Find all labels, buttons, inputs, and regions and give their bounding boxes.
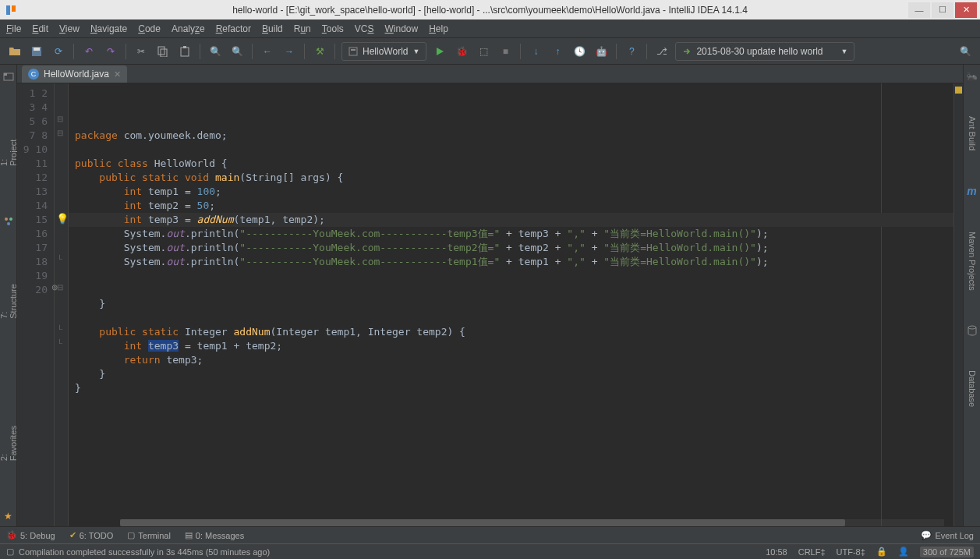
titlebar: hello-world - [E:\git_work_space\hello-w… [0,0,980,19]
status-time: 10:58 [766,547,787,557]
menu-code[interactable]: Code [138,23,161,34]
favorites-tab[interactable]: 2: Favorites [0,416,19,464]
toolwindow-toggle-icon[interactable]: ▢ [6,547,14,557]
menu-tools[interactable]: Tools [322,23,344,34]
stop-icon[interactable]: ■ [497,43,514,60]
build-icon[interactable]: ⚒ [311,43,328,60]
vcs-history-icon[interactable]: 🕓 [571,43,588,60]
git-branch-icon[interactable]: ⎇ [653,43,670,60]
messages-tab[interactable]: ▤0: Messages [185,530,244,540]
line-number-gutter: 1 2 3 4 5 6 7 8 9 10 11 12 13 14 15 16 1… [17,83,55,526]
fold-end-icon: └ [57,255,62,264]
status-message: Compilation completed successfully in 3s… [19,547,755,557]
star-icon[interactable]: ★ [4,511,12,522]
menu-analyze[interactable]: Analyze [172,23,205,34]
project-tab[interactable]: 1: Project [0,129,19,169]
overview-ruler[interactable] [953,83,963,526]
fold-marker-icon[interactable]: ⊟ [57,129,63,137]
menu-run[interactable]: Run [294,23,311,34]
find-icon[interactable]: 🔍 [207,43,224,60]
database-tab[interactable]: Database [966,367,978,410]
run-config-icon [348,47,358,56]
sync-icon[interactable]: ⟳ [50,43,67,60]
menu-refactor[interactable]: Refactor [216,23,251,34]
copy-icon[interactable] [154,43,172,60]
redo-icon[interactable]: ↷ [102,43,119,60]
svg-rect-5 [181,48,189,56]
open-icon[interactable] [6,43,23,60]
back-icon[interactable]: ← [259,43,276,60]
vcs-commit-selector[interactable]: 2015-08-30 update hello world ▼ [675,42,854,61]
maven-projects-tab[interactable]: Maven Projects [966,228,978,294]
maximize-button[interactable]: ☐ [932,2,953,18]
menu-navigate[interactable]: Navigate [90,23,127,34]
bottom-toolwindow-bar: 🐞5: Debug ✔6: TODO ▢Terminal ▤0: Message… [0,526,980,543]
status-encoding[interactable]: UTF-8‡ [837,547,865,557]
terminal-tab[interactable]: ▢Terminal [127,530,171,540]
arrow-right-icon [682,47,692,56]
undo-icon[interactable]: ↶ [80,43,97,60]
paste-icon[interactable] [176,43,193,60]
debug-tab[interactable]: 🐞5: Debug [6,530,55,540]
editor-area: C HelloWorld.java ✕ 1 2 3 4 5 6 7 8 9 10… [17,65,963,526]
menu-build[interactable]: Build [262,23,283,34]
chevron-down-icon: ▼ [840,48,847,55]
ant-build-tab[interactable]: Ant Build [966,113,978,154]
menu-view[interactable]: View [59,23,80,34]
run-config-selector[interactable]: HelloWorld ▼ [341,42,426,61]
editor-tab[interactable]: C HelloWorld.java ✕ [22,65,127,83]
menu-file[interactable]: File [6,23,21,34]
intention-bulb-icon[interactable]: 💡 [56,213,69,225]
search-everywhere-icon[interactable]: 🔍 [957,43,974,60]
menu-vcs[interactable]: VCS [355,23,374,34]
debug-icon[interactable]: 🐞 [453,43,470,60]
tab-close-icon[interactable]: ✕ [114,69,121,80]
svg-rect-6 [183,46,186,48]
vcs-commit-label: 2015-08-30 update hello world [696,46,823,57]
warning-marker-icon[interactable] [955,87,962,94]
help-icon[interactable]: ? [623,43,640,60]
ant-icon[interactable]: 🐜 [966,71,978,82]
vcs-commit-icon[interactable]: ↑ [549,43,566,60]
coverage-icon[interactable]: ⬚ [475,43,492,60]
horizontal-scrollbar[interactable] [120,519,944,526]
cut-icon[interactable]: ✂ [133,43,150,60]
inspection-icon[interactable]: 👤 [898,547,909,557]
maven-icon[interactable]: m [967,185,976,197]
editor-tabs: C HelloWorld.java ✕ [17,65,963,83]
replace-icon[interactable]: 🔍 [228,43,246,60]
fold-end-icon: └ [57,325,62,334]
window-title: hello-world - [E:\git_work_space\hello-w… [0,5,980,16]
svg-rect-2 [34,48,40,51]
menu-edit[interactable]: Edit [32,23,48,34]
svg-rect-7 [349,48,357,55]
run-icon[interactable] [431,43,448,60]
fold-marker-icon[interactable]: ⊟ [57,283,63,292]
event-log-tab[interactable]: 💬Event Log [921,530,974,540]
status-line-sep[interactable]: CRLF‡ [798,547,826,557]
save-icon[interactable] [28,43,45,60]
menu-window[interactable]: Window [384,23,418,34]
lock-icon[interactable]: 🔒 [876,547,887,557]
menubar: File Edit View Navigate Code Analyze Ref… [0,19,980,38]
code-content[interactable]: package com.youmeek.demo; public class H… [69,83,953,526]
app-logo-icon [3,2,19,18]
structure-tab[interactable]: 7: Structure [0,274,19,322]
code-editor[interactable]: 1 2 3 4 5 6 7 8 9 10 11 12 13 14 15 16 1… [17,83,963,526]
svg-point-12 [7,222,10,225]
close-button[interactable]: ✕ [955,2,977,18]
forward-icon[interactable]: → [281,43,298,60]
minimize-button[interactable]: — [908,2,930,18]
project-tab-icon[interactable] [3,71,14,82]
svg-rect-9 [4,73,7,76]
structure-tab-icon[interactable] [3,216,14,227]
memory-indicator[interactable]: 300 of 725M [920,547,974,557]
left-toolwindow-bar: 1: Project 7: Structure 2: Favorites ★ [0,65,17,526]
android-icon[interactable]: 🤖 [593,43,610,60]
database-icon[interactable] [967,325,978,336]
fold-marker-icon[interactable]: ⊟ [57,115,63,123]
vcs-update-icon[interactable]: ↓ [527,43,544,60]
todo-tab[interactable]: ✔6: TODO [69,530,114,540]
fold-end-icon: └ [57,339,62,348]
menu-help[interactable]: Help [429,23,448,34]
